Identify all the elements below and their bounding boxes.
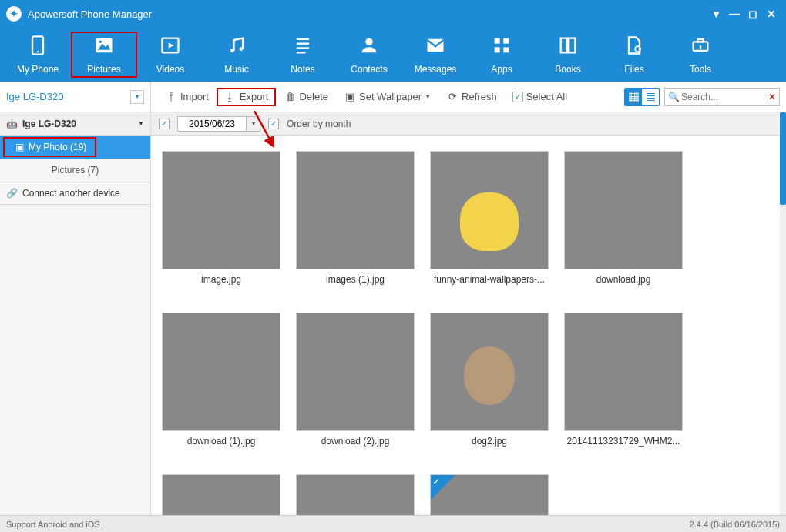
sidebar-item-pictures[interactable]: Pictures (7) [0,159,150,182]
select-all-checkbox[interactable]: ✓ [159,119,170,129]
svg-rect-12 [297,52,306,53]
tab-contacts[interactable]: Contacts [336,32,402,78]
thumbnail-item[interactable]: images (1).jpg [296,151,415,285]
thumbnail-image[interactable] [296,151,415,269]
svg-rect-9 [297,38,309,40]
contacts-icon [357,35,381,61]
thumbnail-grid: image.jpgimages (1).jpgfunny-animal-wall… [151,136,786,515]
delete-label: Delete [299,91,328,102]
check-icon: ✓ [432,477,440,487]
tab-apps[interactable]: Apps [469,32,535,78]
refresh-button[interactable]: ⟳ Refresh [438,88,505,106]
grid-view-button[interactable]: ▦ [625,89,642,105]
import-icon: ⭱ [165,91,177,103]
thumbnail-image[interactable] [430,151,549,269]
main-tabs: My Phone Pictures Videos Music Notes Con… [0,28,786,82]
thumbnail-item[interactable]: download (2).jpg [296,313,415,447]
status-right: 2.4.4 (Build 06/16/2015) [690,520,780,529]
date-dropdown-icon[interactable]: ▾ [247,116,260,132]
tab-books[interactable]: Books [535,32,601,78]
thumbnail-item[interactable] [296,474,415,515]
device-header[interactable]: 🤖 Ige LG-D320 ▼ [0,112,150,136]
select-all-button[interactable]: ✓ Select All [505,88,575,105]
thumbnail-item[interactable]: dog2.jpg [430,313,549,447]
files-icon [622,35,647,61]
dropdown-icon[interactable]: ▾ [130,90,144,104]
thumbnail-image[interactable] [296,474,415,515]
tab-label: Tools [690,64,711,75]
thumbnail-image[interactable] [564,313,683,431]
thumbnail-image[interactable] [564,151,683,269]
maximize-button[interactable]: ◻ [744,5,761,22]
minimize-button[interactable]: — [726,5,743,22]
video-icon [158,35,183,61]
date-input[interactable] [177,116,247,132]
clear-search-icon[interactable]: ✕ [768,92,776,102]
search-box[interactable]: 🔍 ✕ [664,88,780,106]
tab-videos[interactable]: Videos [137,32,203,78]
thumbnail-item[interactable]: ✓ [430,474,549,515]
delete-button[interactable]: 🗑 Delete [276,88,336,106]
search-icon: 🔍 [668,92,680,102]
picture-icon: ▣ [15,142,24,152]
thumbnail-item[interactable]: download.jpg [564,151,683,285]
order-by-month-checkbox[interactable]: ✓ [268,119,279,129]
scrollbar[interactable] [780,112,786,515]
svg-point-13 [365,38,372,45]
thumbnail-item[interactable]: download (1).jpg [162,313,280,447]
tab-pictures[interactable]: Pictures [71,32,137,78]
scrollbar-thumb[interactable] [780,112,786,205]
set-wallpaper-button[interactable]: ▣ Set Wallpaper ▼ [336,88,438,106]
tab-tools[interactable]: Tools [667,32,734,78]
svg-rect-11 [297,47,309,49]
thumbnail-image[interactable]: ✓ [430,474,549,515]
thumbnail-item[interactable]: funny-animal-wallpapers-... [430,151,549,285]
tab-label: Notes [291,64,314,75]
device-name: Ige LG-D320 [6,91,130,102]
svg-rect-10 [297,43,309,45]
trash-icon: 🗑 [284,91,296,103]
sidebar-item-label: Pictures (7) [52,165,99,176]
thumbnail-image[interactable] [162,151,280,269]
device-header-label: Ige LG-D320 [22,119,76,129]
title-bar: ✦ Apowersoft Phone Manager ▾ — ◻ ✕ [0,0,786,28]
thumbnail-image[interactable] [296,313,415,431]
tools-icon [688,35,713,61]
picture-icon [92,35,116,61]
device-selector[interactable]: Ige LG-D320 ▾ [0,82,151,112]
list-view-button[interactable]: ≣ [642,89,659,105]
thumbnail-item[interactable] [162,474,280,515]
close-button[interactable]: ✕ [763,5,780,22]
tab-label: Files [624,64,643,75]
import-button[interactable]: ⭱ Import [157,88,217,106]
tab-my-phone[interactable]: My Phone [5,32,71,78]
apps-icon [489,35,514,61]
chevron-down-icon: ▼ [425,93,431,100]
thumbnail-image[interactable] [162,313,280,431]
search-input[interactable] [681,92,768,102]
thumbnail-item[interactable]: 20141113231729_WHM2... [564,313,683,447]
tab-messages[interactable]: Messages [402,32,469,78]
dropdown-menu-icon[interactable]: ▾ [707,5,724,22]
sidebar-item-label: My Photo (19) [29,142,86,152]
svg-rect-15 [495,38,500,44]
thumbnail-filename: dog2.jpg [472,436,507,447]
thumbnail-image[interactable] [162,474,280,515]
svg-rect-22 [700,45,701,49]
export-label: Export [240,91,269,102]
sidebar-item-my-photo[interactable]: ▣ My Photo (19) [0,136,150,159]
tab-files[interactable]: Files [601,32,667,78]
tab-notes[interactable]: Notes [270,32,336,78]
thumbnail-image[interactable] [430,313,549,431]
thumbnail-filename: download (2).jpg [321,436,390,447]
chevron-down-icon: ▼ [138,120,144,127]
books-icon [556,35,580,61]
thumbnail-item[interactable]: image.jpg [162,151,280,285]
export-button[interactable]: ⭳ Export [217,88,277,106]
tab-music[interactable]: Music [203,32,270,78]
thumbnail-filename: funny-animal-wallpapers-... [434,274,545,285]
thumbnail-filename: images (1).jpg [326,274,385,285]
connect-another-device[interactable]: 🔗 Connect another device [0,182,150,205]
app-logo-icon: ✦ [6,6,22,22]
status-bar: Support Android and iOS 2.4.4 (Build 06/… [0,515,786,532]
